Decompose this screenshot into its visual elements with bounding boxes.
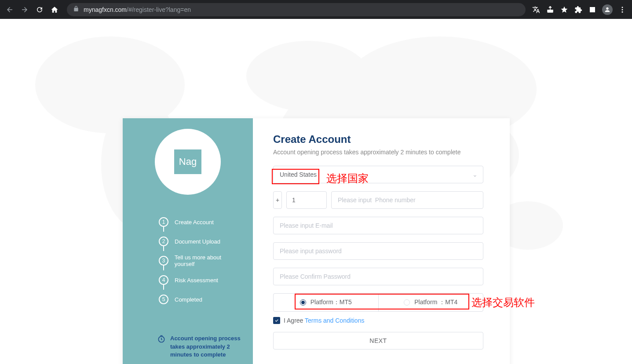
star-icon[interactable]	[560, 5, 569, 14]
window-icon[interactable]	[588, 5, 597, 14]
phone-input[interactable]	[331, 191, 483, 209]
logo-circle: Nag	[155, 129, 221, 195]
back-button[interactable]	[4, 4, 16, 16]
form-area: Create Account Account opening process t…	[253, 118, 510, 364]
radio-icon	[404, 299, 410, 306]
agree-row: I Agree Terms and Conditions	[273, 317, 483, 324]
confirm-password-input[interactable]	[273, 268, 483, 285]
browser-toolbar: mynagfxcn.com/#/register-live?lang=en	[0, 0, 632, 19]
platform-mt4[interactable]: Platform ：MT4	[379, 294, 483, 311]
page-title: Create Account	[273, 133, 483, 146]
svg-rect-0	[590, 7, 595, 12]
platform-mt5[interactable]: Platform：MT5	[274, 294, 379, 311]
translate-icon[interactable]	[532, 5, 541, 14]
menu-icon[interactable]	[618, 5, 627, 14]
country-select[interactable]: United States ⌄	[273, 166, 483, 183]
logo: Nag	[174, 149, 201, 174]
step-create-account: 1 Create Account	[159, 212, 242, 232]
step-tell-us-more: 3 Tell us more about yourself	[159, 251, 242, 270]
step-document-upload: 2 Document Upload	[159, 232, 242, 251]
phone-prefix: +	[273, 191, 282, 209]
email-input[interactable]	[273, 217, 483, 234]
url-text: mynagfxcn.com/#/register-live?lang=en	[84, 6, 519, 13]
share-icon[interactable]	[546, 5, 555, 14]
step-risk-assessment: 4 Risk Assessment	[159, 270, 242, 290]
step-completed: 5 Completed	[159, 290, 242, 309]
next-button[interactable]: NEXT	[273, 332, 483, 349]
reload-button[interactable]	[33, 4, 46, 16]
page-content: Nag 1 Create Account 2 Document Upload 3…	[0, 19, 632, 364]
steps-list: 1 Create Account 2 Document Upload 3 Tel…	[159, 212, 242, 309]
home-button[interactable]	[48, 4, 61, 16]
annotation-text-platform: 选择交易软件	[471, 295, 535, 309]
svg-point-2	[622, 9, 623, 10]
svg-point-3	[622, 11, 623, 12]
address-bar[interactable]: mynagfxcn.com/#/register-live?lang=en	[67, 3, 526, 16]
agree-text: I Agree Terms and Conditions	[284, 317, 364, 324]
phone-code[interactable]: 1	[286, 191, 327, 209]
forward-button[interactable]	[18, 4, 31, 16]
registration-card: Nag 1 Create Account 2 Document Upload 3…	[123, 118, 510, 364]
page-subtitle: Account opening process takes approximat…	[273, 148, 483, 157]
terms-link[interactable]: Terms and Conditions	[305, 317, 364, 324]
password-input[interactable]	[273, 242, 483, 260]
sidebar: Nag 1 Create Account 2 Document Upload 3…	[123, 118, 253, 364]
chevron-down-icon: ⌄	[472, 171, 478, 178]
extensions-icon[interactable]	[574, 5, 583, 14]
sidebar-footer: Account opening process takes approximat…	[157, 335, 242, 359]
lock-icon	[73, 6, 79, 13]
annotation-text-country: 选择国家	[326, 171, 369, 186]
radio-selected-icon	[300, 299, 306, 306]
platform-selector: Platform：MT5 Platform ：MT4	[273, 293, 483, 312]
profile-avatar[interactable]	[602, 4, 613, 15]
timer-icon	[157, 335, 166, 345]
svg-point-1	[622, 7, 623, 8]
agree-checkbox[interactable]	[273, 317, 280, 324]
